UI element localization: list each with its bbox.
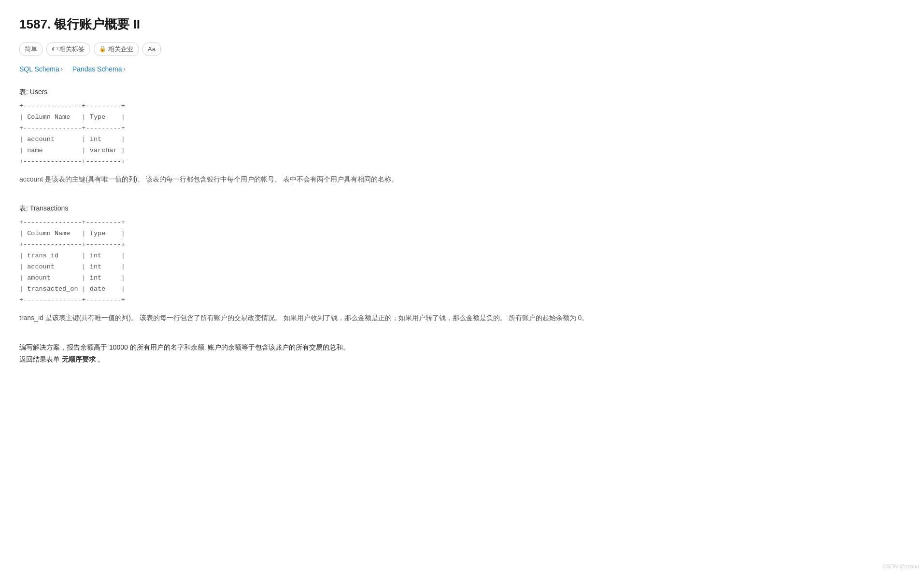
pandas-schema-link[interactable]: Pandas Schema › [72,64,126,74]
pandas-schema-label: Pandas Schema [72,64,122,74]
tag-related-companies-label: 相关企业 [108,44,133,55]
tags-row: 简单 🏷 相关标签 🔒 相关企业 Aa [19,42,905,56]
task-section: 编写解决方案，报告余额高于 10000 的所有用户的名字和余额. 账户的余额等于… [19,341,905,365]
sql-schema-label: SQL Schema [19,64,59,74]
lock-icon: 🔒 [99,44,106,54]
task-return-line: 返回结果表单 无顺序要求 。 [19,353,905,365]
users-table-label: 表: Users [19,86,905,97]
sql-schema-link[interactable]: SQL Schema › [19,64,63,74]
tag-font-label: Aa [148,44,156,55]
users-schema-code: +---------------+---------+ | Column Nam… [19,101,905,168]
task-return-end: 。 [98,355,104,363]
transactions-schema-code: +---------------+---------+ | Column Nam… [19,217,905,306]
tag-font[interactable]: Aa [142,42,161,56]
tag-related-companies[interactable]: 🔒 相关企业 [94,42,139,56]
tag-related-tags[interactable]: 🏷 相关标签 [46,42,90,56]
users-description: account 是该表的主键(具有唯一值的列)。 该表的每一行都包含银行中每个用… [19,173,905,185]
task-return-text: 返回结果表单 [19,355,60,363]
transactions-description: trans_id 是该表主键(具有唯一值的列)。 该表的每一行包含了所有账户的交… [19,312,905,324]
page-title: 1587. 银行账户概要 II [19,14,905,35]
tag-easy-label: 简单 [25,44,37,55]
tag-icon: 🏷 [52,44,57,54]
task-description: 编写解决方案，报告余额高于 10000 的所有用户的名字和余额. 账户的余额等于… [19,341,905,353]
sql-schema-chevron: › [61,65,63,74]
tag-related-tags-label: 相关标签 [59,44,85,55]
tag-easy[interactable]: 简单 [19,42,43,56]
schema-links: SQL Schema › Pandas Schema › [19,64,905,74]
pandas-schema-chevron: › [123,65,125,74]
transactions-table-label: 表: Transactions [19,203,905,213]
task-return-bold: 无顺序要求 [62,355,96,363]
